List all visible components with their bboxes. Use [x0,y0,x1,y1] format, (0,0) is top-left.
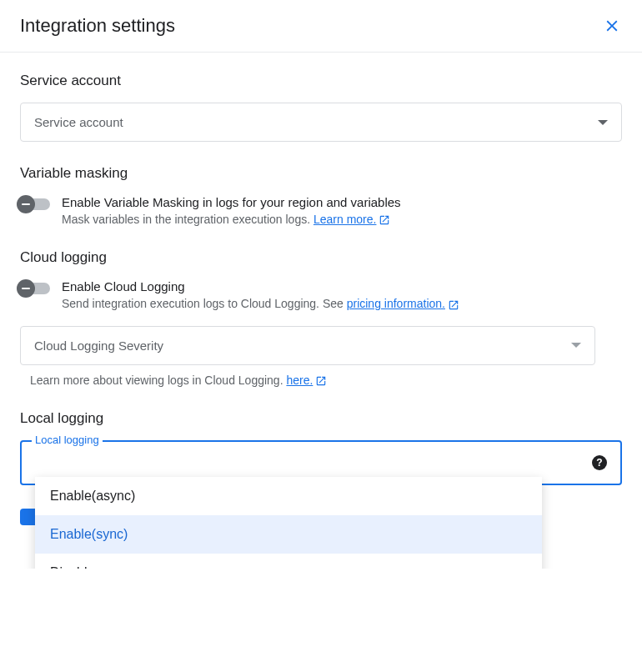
toggle-off-icon [17,195,35,213]
service-account-select[interactable]: Service account [20,103,622,142]
local-logging-option-enable-sync[interactable]: Enable(sync) [35,515,542,554]
local-logging-title: Local logging [20,410,622,427]
local-logging-dropdown: Enable(async) Enable(sync) Disable [35,477,542,569]
external-link-icon [448,299,459,311]
chevron-down-icon [571,343,581,348]
service-account-placeholder: Service account [34,115,123,129]
local-logging-float-label: Local logging [32,434,103,446]
variable-masking-toggle-label: Enable Variable Masking in logs for your… [62,195,622,209]
variable-masking-toggle-desc: Mask variables in the integration execut… [62,213,622,226]
external-link-icon [379,214,390,226]
close-button[interactable] [602,16,622,36]
cloud-logging-pricing-link[interactable]: pricing information. [347,297,445,310]
local-logging-section: Local logging Local logging ? Enable(asy… [20,410,622,525]
external-link-icon [315,375,327,387]
chevron-down-icon [598,120,608,125]
cloud-logging-toggle-label: Enable Cloud Logging [62,279,622,293]
cloud-logging-toggle[interactable] [20,283,50,294]
toggle-off-icon [17,279,35,298]
cloud-logging-severity-help: Learn more about viewing logs in Cloud L… [20,374,622,387]
cloud-logging-here-link[interactable]: here. [286,374,313,387]
service-account-section: Service account Service account [20,73,622,142]
dialog-title: Integration settings [20,15,175,37]
local-logging-option-enable-async[interactable]: Enable(async) [35,477,542,515]
service-account-title: Service account [20,73,622,89]
variable-masking-toggle[interactable] [20,198,50,210]
variable-masking-section: Variable masking Enable Variable Masking… [20,165,622,226]
cloud-logging-toggle-desc: Send integration execution logs to Cloud… [62,297,622,310]
close-icon [603,17,621,35]
local-logging-option-disable[interactable]: Disable [35,554,542,569]
cloud-logging-section: Cloud logging Enable Cloud Logging Send … [20,249,622,387]
cloud-logging-severity-select[interactable]: Cloud Logging Severity [20,326,595,365]
cloud-logging-title: Cloud logging [20,249,622,266]
help-icon[interactable]: ? [592,455,607,470]
variable-masking-title: Variable masking [20,165,622,182]
cloud-logging-severity-placeholder: Cloud Logging Severity [34,339,163,353]
variable-masking-learn-more-link[interactable]: Learn more. [313,213,376,226]
